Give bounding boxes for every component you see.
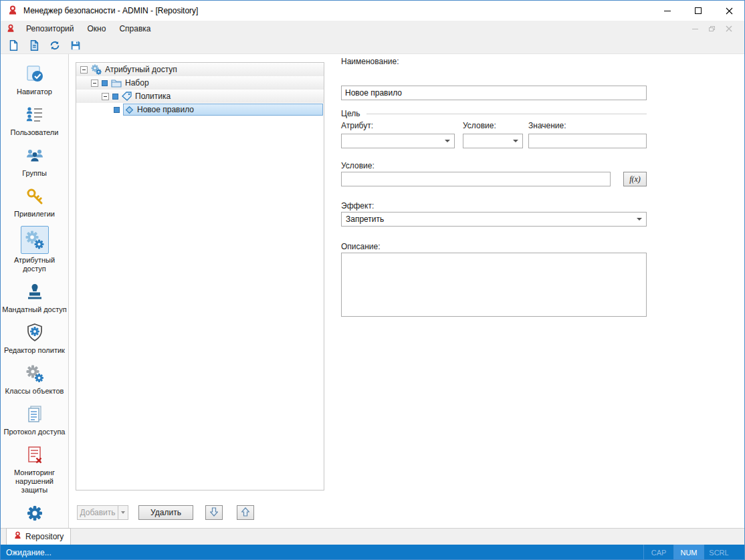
save-icon[interactable] xyxy=(68,38,84,53)
effect-label: Эффект: xyxy=(341,201,374,211)
add-button[interactable]: Добавить xyxy=(77,505,118,520)
effect-select-value: Запретить xyxy=(346,215,384,224)
attribute-access-gears-icon xyxy=(21,226,49,254)
chevron-down-icon xyxy=(513,140,518,142)
tab-repository-label: Repository xyxy=(25,532,64,541)
node-state-square xyxy=(102,80,108,86)
maximize-icon[interactable] xyxy=(683,1,714,21)
app-icon xyxy=(7,5,18,16)
attribute-select[interactable] xyxy=(341,134,455,148)
num-lock-indicator: NUM xyxy=(673,545,704,560)
move-up-button[interactable] xyxy=(237,505,254,520)
selected-node[interactable]: Новое правило xyxy=(123,104,323,116)
tree-node-label: Набор xyxy=(125,78,149,88)
tag-icon xyxy=(122,92,132,101)
mandatory-access-stamp-icon xyxy=(25,281,45,303)
condition-input[interactable] xyxy=(341,172,611,186)
privileges-key-icon xyxy=(25,185,45,208)
description-label: Описание: xyxy=(341,242,381,251)
sidebar-item-label: Группы xyxy=(22,169,47,178)
sidebar-item-users[interactable]: Пользователи xyxy=(1,100,68,141)
mdi-minimize-icon[interactable] xyxy=(692,29,698,29)
policy-editor-shield-icon xyxy=(25,321,45,344)
add-dropdown-button[interactable] xyxy=(118,505,128,520)
tree-node-label: Новое правило xyxy=(137,105,194,114)
main-content: Атрибутный доступ Набор Поли xyxy=(70,54,744,528)
description-textarea[interactable] xyxy=(341,253,647,317)
sidebar-item-attribute-access[interactable]: Атрибутный доступ xyxy=(1,223,68,277)
target-group-label: Цель xyxy=(341,109,360,118)
sidebar-item-label: Атрибутный доступ xyxy=(2,256,67,273)
node-state-square xyxy=(112,94,118,100)
main-body: Навигатор Пользователи xyxy=(1,54,744,528)
sidebar-item-service[interactable]: Сервис xyxy=(1,499,68,528)
refresh-icon[interactable] xyxy=(47,38,63,53)
collapse-icon[interactable] xyxy=(80,66,88,74)
mdi-close-icon[interactable] xyxy=(726,23,732,35)
tree-node-policy[interactable]: Политика xyxy=(76,90,324,103)
keyboard-indicators: CAP NUM SCRL xyxy=(643,545,734,560)
delete-button[interactable]: Удалить xyxy=(138,505,193,520)
caps-lock-indicator: CAP xyxy=(643,545,673,560)
menu-window[interactable]: Окно xyxy=(81,21,113,37)
sidebar-item-navigator[interactable]: Навигатор xyxy=(1,59,68,100)
menu-help[interactable]: Справка xyxy=(112,21,157,37)
attribute-label: Атрибут: xyxy=(341,121,373,130)
collapse-icon[interactable] xyxy=(102,93,109,100)
tree-node-attribute-access[interactable]: Атрибутный доступ xyxy=(76,63,324,76)
menu-repository[interactable]: Репозиторий xyxy=(19,21,81,37)
object-classes-gears-icon xyxy=(25,362,45,385)
gears-icon xyxy=(91,64,102,75)
toolbar xyxy=(1,37,744,54)
access-protocol-document-icon xyxy=(25,403,45,426)
sidebar-item-object-classes[interactable]: Классы объектов xyxy=(1,359,68,400)
tree-node-set[interactable]: Набор xyxy=(76,76,324,90)
mdi-restore-icon[interactable] xyxy=(709,26,715,31)
name-input[interactable] xyxy=(341,86,647,100)
collapse-icon[interactable] xyxy=(91,80,98,87)
sidebar-item-label: Редактор политик xyxy=(4,346,65,355)
app-icon xyxy=(13,531,22,542)
app-window: Менеджер безопасности - ADMIN - [Reposit… xyxy=(0,0,745,560)
fx-button[interactable]: f(x) xyxy=(623,172,647,186)
rules-tree: Атрибутный доступ Набор Поли xyxy=(76,62,324,491)
chevron-down-icon xyxy=(445,140,450,142)
tab-repository[interactable]: Repository xyxy=(6,528,71,545)
sidebar-item-violations-monitoring[interactable]: Мониторинг нарушений защиты xyxy=(1,440,68,499)
up-arrow-icon xyxy=(241,507,249,519)
sidebar-item-label: Мониторинг нарушений защиты xyxy=(2,468,67,495)
sidebar-item-groups[interactable]: Группы xyxy=(1,141,68,182)
down-arrow-icon xyxy=(210,507,218,519)
value-input[interactable] xyxy=(528,134,647,148)
tree-buttons: Добавить Удалить xyxy=(77,505,254,520)
groups-icon xyxy=(25,144,45,167)
effect-select[interactable]: Запретить xyxy=(341,212,647,227)
name-label: Наименование: xyxy=(341,57,399,66)
mdi-window-controls xyxy=(692,23,744,35)
sidebar-item-label: Классы объектов xyxy=(5,387,64,396)
tree-node-label: Атрибутный доступ xyxy=(105,65,177,74)
condition-operator-label: Условие: xyxy=(463,121,496,130)
minimize-icon[interactable] xyxy=(652,1,683,21)
window-title: Менеджер безопасности - ADMIN - [Reposit… xyxy=(23,6,198,15)
move-down-button[interactable] xyxy=(205,505,223,520)
sidebar-item-access-protocol[interactable]: Протокол доступа xyxy=(1,400,68,440)
sidebar-item-label: Протокол доступа xyxy=(4,428,66,436)
new-document-icon[interactable] xyxy=(5,38,21,53)
sidebar-item-privileges[interactable]: Привилегии xyxy=(1,182,68,223)
tree-node-new-rule[interactable]: Новое правило xyxy=(76,103,324,116)
scroll-lock-indicator: SCRL xyxy=(704,545,734,560)
chevron-down-icon xyxy=(637,218,642,221)
open-document-icon[interactable] xyxy=(26,38,42,53)
tree-node-label: Политика xyxy=(135,92,171,101)
condition-operator-select[interactable] xyxy=(463,134,523,148)
sidebar-item-policy-editor[interactable]: Редактор политик xyxy=(1,318,68,359)
sidebar-item-mandatory-access[interactable]: Мандатный доступ xyxy=(1,277,68,318)
close-icon[interactable] xyxy=(714,1,744,21)
status-bar: Ожидание... CAP NUM SCRL xyxy=(1,545,744,560)
sidebar-item-label: Мандатный доступ xyxy=(2,305,67,314)
menu-bar: Репозиторий Окно Справка xyxy=(1,21,744,37)
violations-monitoring-icon xyxy=(25,444,45,466)
condition-label: Условие: xyxy=(341,161,375,170)
sidebar-item-label: Пользователи xyxy=(11,128,59,137)
